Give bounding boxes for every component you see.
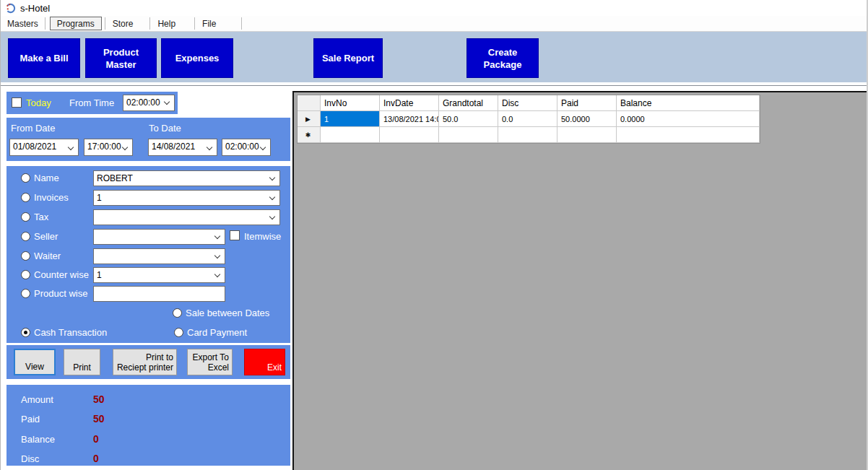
tax-radio[interactable]	[21, 212, 30, 222]
make-a-bill-button[interactable]: Make a Bill	[8, 38, 80, 78]
menu-item-file[interactable]: File	[195, 16, 241, 31]
to-date-time-value: 02:00:00	[225, 142, 259, 152]
chevron-down-icon	[207, 144, 212, 150]
paid-label: Paid	[21, 414, 40, 425]
grid-region: InvNo InvDate Grandtotal Disc Paid Balan…	[292, 91, 867, 470]
column-header-invno[interactable]: InvNo	[321, 95, 380, 111]
invoices-radio[interactable]	[21, 193, 30, 202]
create-package-button[interactable]: Create Package	[466, 38, 539, 78]
from-time-picker[interactable]: 17:00:00	[84, 139, 133, 156]
grid-corner	[298, 95, 321, 111]
to-time-picker[interactable]: 02:00:00	[222, 139, 271, 156]
from-time-combo[interactable]: 02:00:00	[123, 95, 175, 111]
invoices-combo[interactable]: 1	[93, 190, 280, 206]
sale-between-dates-label: Sale between Dates	[186, 308, 269, 318]
grid-cell-empty[interactable]	[557, 127, 617, 143]
name-combo[interactable]: ROBERT	[93, 170, 280, 186]
seller-radio[interactable]	[21, 232, 30, 241]
name-radio[interactable]	[21, 173, 30, 183]
grid-cell-invno[interactable]: 1	[321, 111, 380, 127]
invoices-label: Invoices	[34, 192, 69, 203]
card-payment-radio[interactable]	[174, 328, 183, 337]
grid-cell-empty[interactable]	[617, 127, 760, 143]
sale-report-button[interactable]: Sale Report	[313, 38, 383, 78]
chevron-down-icon	[269, 194, 275, 200]
grid-cell-empty[interactable]	[321, 127, 380, 143]
counter-wise-radio[interactable]	[21, 270, 30, 279]
toolbar: Make a Bill Product Master Expenses Sale…	[1, 32, 867, 82]
chevron-down-icon	[260, 144, 266, 150]
menu-item-help[interactable]: Help	[150, 16, 194, 31]
today-checkbox[interactable]	[12, 97, 22, 108]
to-date-value: 14/08/2021	[152, 142, 195, 152]
column-header-balance[interactable]: Balance	[617, 95, 760, 111]
app-icon	[5, 3, 16, 14]
today-panel: Today From Time 02:00:00	[6, 92, 178, 114]
menu-item-programs[interactable]: Programs	[50, 17, 102, 30]
date-range-panel: From Date To Date 01/08/2021 17:00:00 14…	[6, 118, 290, 161]
balance-value: 0	[93, 433, 99, 445]
from-date-picker[interactable]: 01/08/2021	[9, 139, 79, 156]
product-master-button[interactable]: Product Master	[85, 38, 157, 78]
waiter-combo[interactable]	[93, 248, 225, 264]
row-selector-icon[interactable]: ▶	[298, 111, 321, 127]
itemwise-checkbox[interactable]	[230, 230, 240, 240]
grid-cell-empty[interactable]	[498, 127, 557, 143]
from-date-label: From Date	[11, 123, 55, 134]
column-header-invdate[interactable]: InvDate	[380, 95, 439, 111]
exit-button[interactable]: Exit	[244, 349, 285, 375]
counter-wise-combo[interactable]: 1	[93, 267, 225, 283]
tax-label: Tax	[34, 212, 48, 222]
column-header-disc[interactable]: Disc	[498, 95, 557, 111]
product-wise-label: Product wise	[34, 288, 87, 299]
print-button[interactable]: Print	[64, 349, 100, 375]
amount-value: 50	[93, 393, 105, 405]
chevron-down-icon	[68, 144, 74, 150]
column-header-grandtotal[interactable]: Grandtotal	[439, 95, 498, 111]
column-header-paid[interactable]: Paid	[557, 95, 617, 111]
chevron-down-icon	[214, 233, 220, 239]
name-combo-value: ROBERT	[97, 173, 133, 183]
totals-panel: Amount 50 Paid 50 Balance 0 Disc 0	[6, 385, 290, 466]
title-bar: s-Hotel	[1, 0, 867, 16]
tax-combo[interactable]	[93, 209, 280, 225]
balance-label: Balance	[21, 434, 55, 445]
grid-cell-invdate[interactable]: 13/08/2021 14:02	[380, 111, 439, 127]
grid-cell-disc[interactable]: 0.0	[498, 111, 557, 127]
grid-cell-balance[interactable]: 0.0000	[617, 111, 760, 127]
menu-separator	[45, 17, 45, 30]
amount-label: Amount	[21, 394, 53, 405]
paid-value: 50	[93, 413, 105, 425]
sale-between-dates-radio[interactable]	[173, 308, 182, 318]
menu-item-store[interactable]: Store	[105, 16, 150, 31]
cash-transaction-radio[interactable]	[21, 328, 30, 337]
seller-combo[interactable]	[93, 229, 225, 245]
invoice-grid: InvNo InvDate Grandtotal Disc Paid Balan…	[297, 95, 760, 144]
grid-cell-grandtotal[interactable]: 50.0	[439, 111, 498, 127]
product-wise-input[interactable]	[93, 286, 225, 302]
view-button[interactable]: View	[14, 349, 56, 375]
counter-wise-combo-value: 1	[97, 270, 102, 280]
seller-label: Seller	[34, 231, 58, 242]
export-excel-button[interactable]: Export To Excel	[187, 349, 233, 375]
grid-cell-empty[interactable]	[439, 127, 498, 143]
menu-item-masters[interactable]: Masters	[1, 16, 45, 31]
chevron-down-icon	[122, 144, 128, 150]
chevron-down-icon	[214, 253, 220, 258]
expenses-button[interactable]: Expenses	[161, 38, 233, 78]
actions-panel: View Print Print to Reciept printer Expo…	[6, 345, 290, 379]
grid-cell-empty[interactable]	[380, 127, 439, 143]
from-date-value: 01/08/2021	[13, 142, 56, 152]
new-row-icon[interactable]: ✱	[298, 127, 321, 143]
grid-cell-paid[interactable]: 50.0000	[557, 111, 617, 127]
waiter-radio[interactable]	[21, 251, 30, 261]
print-receipt-button[interactable]: Print to Reciept printer	[113, 349, 177, 375]
product-wise-radio[interactable]	[21, 289, 30, 298]
counter-wise-label: Counter wise	[34, 269, 89, 280]
to-date-picker[interactable]: 14/08/2021	[148, 139, 217, 156]
menu-bar: Masters Programs Store Help File	[1, 16, 867, 32]
disc-value: 0	[93, 453, 99, 464]
card-payment-label: Card Payment	[187, 327, 247, 338]
from-date-time-value: 17:00:00	[87, 142, 121, 152]
chevron-down-icon	[269, 175, 275, 180]
